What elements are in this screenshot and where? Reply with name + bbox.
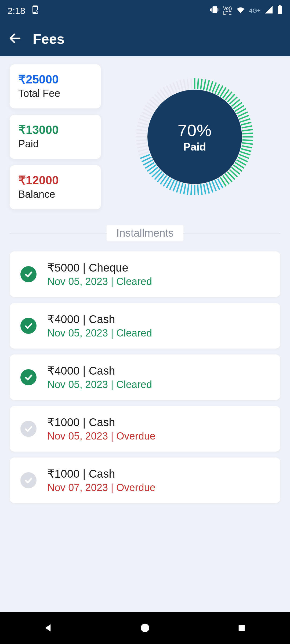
paid-card[interactable]: ₹13000 Paid bbox=[10, 115, 101, 159]
svg-point-105 bbox=[141, 624, 149, 632]
wifi-icon bbox=[236, 5, 245, 17]
installment-status: Nov 05, 2023 | Cleared bbox=[47, 379, 152, 390]
battery-icon bbox=[277, 5, 282, 17]
installment-row[interactable]: ₹4000 | CashNov 05, 2023 | Cleared bbox=[10, 354, 280, 400]
paid-amount: ₹13000 bbox=[18, 123, 92, 137]
pending-icon bbox=[20, 421, 37, 437]
vibrate-icon bbox=[210, 5, 219, 16]
paid-label: Paid bbox=[18, 138, 92, 150]
total-fee-card[interactable]: ₹25000 Total Fee bbox=[10, 64, 101, 108]
installment-row[interactable]: ₹1000 | CashNov 05, 2023 | Overdue bbox=[10, 406, 280, 452]
installment-row[interactable]: ₹4000 | CashNov 05, 2023 | Cleared bbox=[10, 303, 280, 349]
nav-recents-button[interactable] bbox=[234, 620, 250, 636]
installments-title: Installments bbox=[107, 225, 183, 241]
statusbar: 2:18 Vo)) LTE 4G+ bbox=[0, 0, 290, 21]
installment-title: ₹4000 | Cash bbox=[47, 364, 152, 377]
installment-title: ₹5000 | Cheque bbox=[47, 261, 152, 274]
installment-status: Nov 05, 2023 | Cleared bbox=[47, 276, 152, 287]
network-type-label: 4G+ bbox=[249, 7, 260, 14]
check-icon bbox=[20, 266, 37, 282]
installments-list: ₹5000 | ChequeNov 05, 2023 | Cleared₹400… bbox=[10, 251, 280, 503]
back-button[interactable] bbox=[8, 31, 22, 46]
gauge-percent: 70% bbox=[177, 121, 212, 140]
installment-status: Nov 05, 2023 | Cleared bbox=[47, 327, 152, 339]
svg-rect-1 bbox=[278, 6, 282, 14]
nav-home-button[interactable] bbox=[137, 620, 153, 636]
cellular-signal-icon bbox=[264, 5, 273, 16]
svg-rect-2 bbox=[279, 5, 281, 6]
installment-row[interactable]: ₹1000 | CashNov 07, 2023 | Overdue bbox=[10, 458, 280, 503]
installment-title: ₹4000 | Cash bbox=[47, 313, 152, 326]
pending-icon bbox=[20, 472, 37, 488]
fee-summary: ₹25000 Total Fee ₹13000 Paid ₹12000 Bala… bbox=[10, 64, 280, 209]
balance-label: Balance bbox=[18, 189, 92, 200]
system-navbar bbox=[0, 612, 290, 644]
gauge-label: Paid bbox=[183, 141, 206, 153]
appbar: Fees bbox=[0, 21, 290, 56]
installment-row[interactable]: ₹5000 | ChequeNov 05, 2023 | Cleared bbox=[10, 251, 280, 297]
nav-back-button[interactable] bbox=[40, 620, 56, 636]
total-fee-amount: ₹25000 bbox=[18, 72, 92, 86]
svg-rect-106 bbox=[239, 625, 245, 631]
volte-icon: Vo)) LTE bbox=[223, 6, 232, 16]
installment-title: ₹1000 | Cash bbox=[47, 416, 155, 429]
installments-separator: Installments bbox=[10, 225, 280, 241]
progress-gauge-wrap: 70% Paid bbox=[109, 64, 280, 209]
statusbar-time: 2:18 bbox=[8, 6, 25, 16]
installment-title: ₹1000 | Cash bbox=[47, 467, 155, 480]
check-icon bbox=[20, 369, 37, 385]
balance-amount: ₹12000 bbox=[18, 173, 92, 187]
total-fee-label: Total Fee bbox=[18, 88, 92, 99]
progress-gauge: 70% Paid bbox=[136, 78, 254, 196]
balance-card[interactable]: ₹12000 Balance bbox=[10, 165, 101, 209]
installment-status: Nov 07, 2023 | Overdue bbox=[47, 482, 155, 493]
page-title: Fees bbox=[33, 31, 65, 47]
check-icon bbox=[20, 318, 37, 334]
data-saver-icon bbox=[31, 5, 40, 16]
content-area: ₹25000 Total Fee ₹13000 Paid ₹12000 Bala… bbox=[0, 56, 290, 503]
installment-status: Nov 05, 2023 | Overdue bbox=[47, 430, 155, 442]
